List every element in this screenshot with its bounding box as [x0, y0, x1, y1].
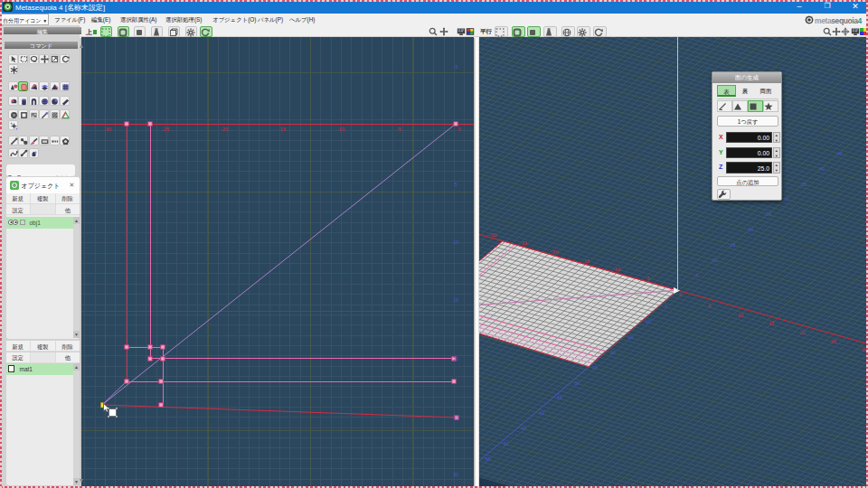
svg-text:-40: -40 — [817, 166, 825, 172]
svg-text:-10: -10 — [710, 258, 717, 263]
svg-text:-5: -5 — [397, 127, 401, 132]
svg-text:20: 20 — [609, 350, 615, 355]
svg-text:-30: -30 — [489, 232, 496, 238]
svg-text:-10: -10 — [613, 267, 620, 272]
svg-text:55: 55 — [485, 456, 490, 462]
svg-text:-15: -15 — [581, 258, 589, 264]
svg-text:35: 35 — [556, 395, 561, 400]
svg-text:-20: -20 — [551, 249, 558, 255]
svg-text:15: 15 — [769, 321, 774, 326]
svg-text:-20: -20 — [746, 227, 753, 232]
svg-text:10: 10 — [737, 313, 742, 318]
svg-text:10: 10 — [646, 319, 651, 324]
svg-text:-35: -35 — [799, 182, 807, 187]
svg-text:50: 50 — [503, 441, 508, 446]
svg-text:-30: -30 — [104, 127, 111, 132]
svg-text:-5: -5 — [693, 273, 698, 278]
svg-text:0: 0 — [458, 127, 460, 132]
svg-text:15: 15 — [627, 334, 633, 340]
svg-text:0: 0 — [678, 292, 681, 297]
svg-text:-5: -5 — [454, 64, 458, 70]
svg-text:5: 5 — [454, 182, 457, 187]
svg-text:45: 45 — [521, 426, 526, 431]
svg-text:-20: -20 — [221, 127, 228, 132]
svg-text:-45: -45 — [835, 151, 842, 156]
svg-text:-30: -30 — [781, 196, 788, 202]
svg-text:30: 30 — [574, 380, 580, 386]
svg-text:10: 10 — [453, 239, 458, 245]
svg-text:15: 15 — [453, 297, 458, 303]
svg-text:-15: -15 — [278, 127, 286, 132]
svg-text:-5: -5 — [645, 276, 649, 281]
svg-text:20: 20 — [453, 356, 458, 361]
svg-text:5: 5 — [665, 304, 667, 309]
svg-text:5: 5 — [708, 304, 711, 309]
svg-text:20: 20 — [799, 330, 805, 335]
svg-text:-25: -25 — [520, 240, 527, 246]
svg-text:-25: -25 — [162, 127, 169, 132]
svg-text:25: 25 — [453, 414, 458, 419]
svg-text:-25: -25 — [764, 211, 771, 217]
svg-text:30: 30 — [453, 472, 458, 477]
svg-text:-10: -10 — [337, 127, 344, 132]
svg-text:-15: -15 — [728, 242, 735, 248]
svg-text:40: 40 — [538, 410, 543, 416]
svg-text:25: 25 — [591, 365, 597, 371]
svg-text:25: 25 — [830, 339, 835, 344]
